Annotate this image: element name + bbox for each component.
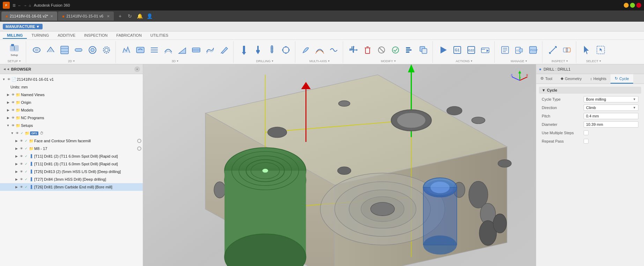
tab-2[interactable]: ■ 211418V-01-15-01 v6 ✕ — [58, 12, 114, 21]
direction-value[interactable]: Climb ▼ — [584, 105, 638, 111]
manage-nc-btn[interactable]: G — [513, 44, 525, 56]
pencil-btn[interactable] — [218, 44, 230, 56]
menu-file[interactable]: ☰ — [13, 3, 16, 7]
tree-named-views[interactable]: ▶ 👁 📁 Named Views — [0, 91, 143, 99]
nav-home[interactable]: ⌂ — [29, 3, 31, 7]
tree-drill1-3[interactable]: ▶ 👁 ✓ [T11] Drill1 (3) (T11 6.0mm Spot D… — [0, 160, 143, 168]
face-btn[interactable] — [58, 44, 71, 56]
new-tab-btn[interactable]: + — [116, 12, 124, 20]
thread-drill-btn[interactable] — [266, 44, 278, 56]
send-machine-btn[interactable] — [479, 44, 491, 56]
m8-expand[interactable]: ▶ — [14, 146, 19, 151]
delete-btn[interactable] — [361, 44, 374, 56]
pocket-btn[interactable] — [30, 44, 43, 56]
drill1-bore-expand[interactable]: ▶ — [14, 185, 19, 189]
tree-models[interactable]: ▶ 👁 📁 Models — [0, 106, 143, 114]
drill1-bore-eye[interactable]: 👁 — [19, 185, 24, 189]
profile-btn[interactable]: 👤 — [145, 12, 154, 20]
tree-drill13-2[interactable]: ▶ 👁 ✓ [T25] Drill13 (2) (5mm HSS L/S Dri… — [0, 168, 143, 175]
circular-btn[interactable] — [280, 44, 292, 56]
setup-btn[interactable]: Setup — [6, 43, 23, 57]
thread-2d-btn[interactable] — [100, 44, 113, 56]
drill-btn[interactable] — [238, 44, 250, 56]
named-views-eye[interactable]: 👁 — [10, 92, 15, 97]
drill4-eye[interactable]: 👁 — [19, 177, 24, 182]
pitch-value[interactable]: 0.4 mm — [584, 113, 638, 119]
bore-drill-btn[interactable] — [252, 44, 264, 56]
scallop-btn[interactable] — [204, 44, 216, 56]
close-btn[interactable] — [636, 3, 641, 8]
move-btn[interactable] — [347, 44, 360, 56]
select-btn[interactable] — [580, 44, 593, 56]
diameter-value[interactable]: 10.39 mm — [584, 121, 638, 128]
tree-nc-programs[interactable]: ▶ 👁 📁 NC Programs — [0, 114, 143, 122]
models-eye[interactable]: 👁 — [10, 108, 15, 113]
tab-milling[interactable]: MILLING — [3, 33, 27, 39]
drill1-3-eye[interactable]: 👁 — [19, 161, 24, 166]
setups-expand[interactable]: ▼ — [6, 123, 10, 128]
drill1-3-expand[interactable]: ▶ — [14, 161, 19, 166]
tree-drill1-2[interactable]: ▶ 👁 ✓ [T11] Drill1 (2) (T11 6.0mm Spot D… — [0, 152, 143, 160]
sync-btn[interactable]: ↻ — [126, 12, 134, 20]
viewport[interactable]: Y X Z — [143, 64, 536, 266]
rpanel-tab-cycle[interactable]: ↻ Cycle — [610, 74, 633, 84]
drill1-2-eye[interactable]: 👁 — [19, 154, 24, 159]
cycle-section-header[interactable]: ▼ Cycle — [539, 87, 641, 94]
setups-eye[interactable]: 👁 — [10, 123, 15, 128]
rpanel-tab-tool[interactable]: ⚙ Tool — [536, 74, 556, 84]
tab-2-close[interactable]: ✕ — [107, 14, 110, 18]
swarf-btn[interactable] — [299, 44, 312, 56]
tab-1[interactable]: ■ 211418V-01-16-01 v2* ✕ — [1, 12, 57, 21]
tree-drill4[interactable]: ▶ 👁 ✓ [T27] Drill4 (3mm HSS Drill) [Deep… — [0, 175, 143, 183]
drill13-2-eye[interactable]: 👁 — [19, 169, 24, 174]
cycle-type-value[interactable]: Bore milling ▼ — [584, 96, 638, 102]
browser-collapse-btn[interactable]: ◄◄ — [3, 67, 10, 71]
nav-back[interactable]: ← — [18, 3, 21, 7]
adaptive-btn[interactable] — [120, 44, 133, 56]
named-views-expand[interactable]: ▶ — [6, 92, 10, 97]
browser-options-btn[interactable]: • — [134, 66, 140, 72]
tree-op1[interactable]: ▼ 👁 ✓ 📁 OP1 ⏱ — [0, 129, 143, 137]
manufacture-menu[interactable]: MANUFACTURE ▼ — [3, 24, 43, 29]
post-process-btn[interactable]: G1 — [451, 44, 464, 56]
rpanel-tab-heights[interactable]: ↕ Heights — [586, 74, 610, 84]
contour-btn[interactable] — [44, 44, 57, 56]
op1-eye[interactable]: 👁 — [15, 131, 20, 136]
drill1-2-expand[interactable]: ▶ — [14, 154, 19, 159]
multiaxis-contour-btn[interactable] — [313, 44, 326, 56]
face-contour-eye[interactable]: 👁 — [19, 138, 24, 143]
tree-m8-17[interactable]: ▶ 👁 ✓ 📁 M8 - 17 — [0, 145, 143, 152]
extract-btn[interactable] — [417, 44, 430, 56]
parallel-btn[interactable] — [148, 44, 161, 56]
op1-expand[interactable]: ▼ — [10, 131, 15, 136]
repeat-pass-checkbox[interactable] — [584, 139, 589, 144]
notification-btn[interactable]: 🔔 — [135, 12, 144, 20]
nc-program-btn[interactable]: G22 — [465, 44, 478, 56]
tab-1-close[interactable]: ✕ — [50, 14, 53, 18]
unsuppress-btn[interactable] — [389, 44, 402, 56]
models-expand[interactable]: ▶ — [6, 108, 10, 113]
tree-setups[interactable]: ▼ 👁 📁 Setups — [0, 122, 143, 129]
tab-turning[interactable]: TURNING — [27, 33, 53, 39]
tab-fabrication[interactable]: FABRICATION — [112, 33, 146, 39]
post-library-btn[interactable]: POST — [527, 44, 539, 56]
root-expand[interactable]: ▼ — [1, 77, 6, 82]
interference-btn[interactable] — [561, 44, 573, 56]
drill13-2-expand[interactable]: ▶ — [14, 169, 19, 174]
tree-face-contour[interactable]: ▶ 👁 ✓ 📁 Face and Contour 50mm facemill — [0, 137, 143, 145]
window-select-btn[interactable] — [594, 44, 607, 56]
tree-drill1-bore[interactable]: ▶ 👁 ✓ [T26] Drill1 (8mm Carbide End mill… — [0, 183, 143, 191]
minimize-btn[interactable] — [624, 3, 629, 8]
suppress-btn[interactable] — [375, 44, 388, 56]
tab-inspection[interactable]: INSPECTION — [80, 33, 112, 39]
drill4-expand[interactable]: ▶ — [14, 177, 19, 182]
tab-additive[interactable]: ADDITIVE — [53, 33, 80, 39]
multiple-steps-checkbox[interactable] — [584, 130, 589, 135]
bore-2d-btn[interactable] — [86, 44, 99, 56]
contour-3d-btn[interactable] — [162, 44, 175, 56]
root-eye[interactable]: 👁 — [6, 77, 11, 82]
tab-utilities[interactable]: UTILITIES — [146, 33, 172, 39]
slot-btn[interactable] — [72, 44, 85, 56]
tool-library-btn[interactable] — [499, 44, 511, 56]
measure-btn[interactable] — [547, 44, 559, 56]
